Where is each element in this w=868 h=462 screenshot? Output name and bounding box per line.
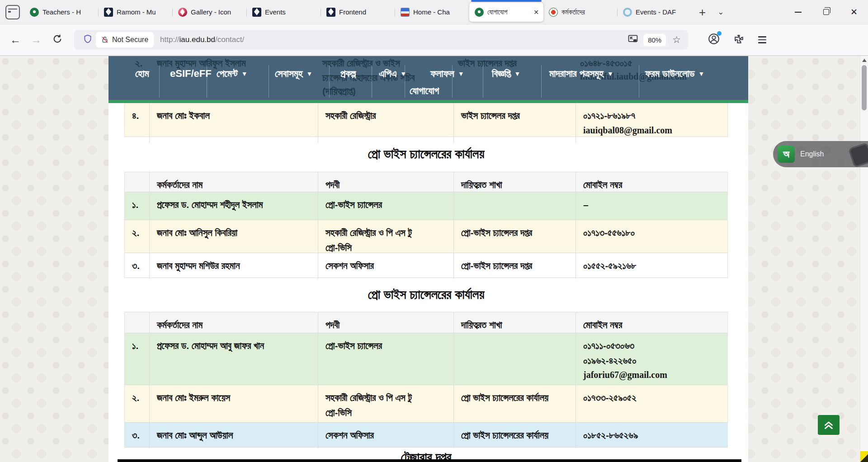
cell-serial: ৪.: [125, 103, 150, 143]
bleed-title-1: সহকারী রেজিস্ট্রার ও ভাইস: [322, 58, 400, 69]
back-button[interactable]: ←: [10, 33, 21, 46]
account-button[interactable]: [708, 33, 720, 47]
toolbar-right-icons: [708, 33, 766, 47]
nav-home[interactable]: হোম: [135, 68, 149, 80]
table-row: ১. প্রফেসর ড. মোহাম্মদ আবু জাফর খান প্রো…: [124, 333, 728, 385]
tracking-shield-icon[interactable]: [83, 34, 92, 46]
tab-label: যোগাযোগ: [487, 8, 529, 16]
cell-title: সহকারী রেজিস্ট্রার: [318, 103, 454, 143]
tab-home[interactable]: Home - Cha: [395, 3, 469, 22]
cell-contact: ০১৭১১-০৫৩০৬৩ ০১৯৬২-৪২২৬৫০ jaforiu67@gmai…: [576, 333, 728, 387]
tab-label: Ramom - Mu: [117, 8, 169, 16]
tab-close-icon[interactable]: ✕: [533, 9, 540, 16]
tab-contact-active[interactable]: যোগাযোগ ✕: [469, 3, 543, 22]
cell-title: সহকারী রেজিস্ট্রার ও পি এস টু প্রো-ভিসি: [318, 385, 454, 425]
table-row: ২. জনাব মোঃ আনিসুল কিবরিয়া সহকারী রেজিস…: [124, 220, 728, 253]
browser-scrollbar[interactable]: [860, 56, 868, 462]
next-section-title-clipped: ট্রেজারার দপ্তর: [124, 448, 728, 459]
scrollbar-up-arrow[interactable]: [862, 59, 867, 62]
url-path: /contact/: [215, 35, 244, 44]
tab-label: Events - DAF: [636, 8, 688, 16]
cell-name: জনাব মোঃ ইমরুল কায়েস: [150, 385, 318, 425]
minimize-button[interactable]: [784, 0, 812, 24]
screenshot-pip-icon[interactable]: [628, 35, 638, 45]
tab-label: Events: [265, 8, 317, 16]
table-row: ৩. জনাব মুহাম্মদ মশিউর রহমান সেকশন অফিসা…: [124, 253, 728, 278]
browser-chrome: Teachers - H Ramom - Mu Gallery - Icon E…: [0, 0, 868, 56]
nav-projects[interactable]: প্রকল্প: [340, 68, 356, 80]
cell-contact: ০১৭৩৩-২৫৯০৫২: [576, 385, 728, 425]
section-title: প্রো ভাইস চ্যান্সেলরের কার্যালয়: [124, 278, 728, 312]
scroll-to-top-button[interactable]: [818, 415, 840, 435]
cell-name: প্রফেসর ড. মোহাম্মদ শহীদুল ইসলাম: [150, 192, 318, 220]
double-chevron-up-icon: [823, 419, 835, 431]
url-host: iau.edu.bd: [179, 35, 215, 44]
nav-payment[interactable]: পেমেন্ট▼: [217, 68, 248, 80]
restore-button[interactable]: [812, 0, 840, 24]
cell-serial: ১.: [125, 192, 150, 220]
firefox-view-icon[interactable]: [5, 5, 20, 19]
tab-frontend[interactable]: Frontend: [321, 3, 395, 22]
chevron-down-icon: ▼: [607, 70, 613, 77]
tab-bar: Teachers - H Ramom - Mu Gallery - Icon E…: [0, 0, 868, 24]
tab-events[interactable]: Events: [247, 3, 321, 22]
scrollbar-find-marker: [860, 451, 868, 462]
cell-serial: ২.: [125, 385, 150, 425]
translate-device-icon: [848, 142, 868, 167]
url-text: http://iau.edu.bd/contact/: [160, 35, 244, 44]
nav-form-download[interactable]: ফরম ডাউনলোড▼: [645, 68, 704, 80]
tab-actions: + ⌄: [699, 6, 724, 18]
security-chip[interactable]: Not Secure: [96, 32, 154, 47]
cell-name: প্রফেসর ড. মোহাম্মদ আবু জাফর খান: [150, 333, 318, 387]
extensions-button[interactable]: [733, 33, 745, 47]
cell-title: প্রো-ভাইস চ্যান্সেলর: [318, 333, 454, 387]
nav-results[interactable]: ফলাফল▼: [430, 68, 464, 80]
tab-label: Teachers - H: [42, 8, 95, 16]
chevron-down-icon: ▼: [458, 70, 464, 77]
nav-services[interactable]: সেবাসমূহ▼: [275, 68, 312, 80]
nav-notices[interactable]: বিজ্ঞপ্তি▼: [492, 68, 520, 80]
cell-dept: [454, 192, 576, 220]
nav-bottom-accent: [108, 100, 748, 103]
scrollbar-thumb[interactable]: [862, 65, 867, 110]
new-tab-button[interactable]: +: [699, 6, 706, 18]
translate-language-label: English: [800, 150, 824, 158]
site-navigation: ২. জনাব মুহাম্মদ আরিফুল ইসলাম সহকারী রেজ…: [108, 56, 748, 100]
building-favicon: [401, 8, 410, 17]
grad-cap-favicon: [104, 8, 113, 17]
notification-dot: [717, 31, 722, 36]
reload-button[interactable]: [52, 34, 62, 46]
nav-contact[interactable]: যোগাযোগ: [410, 85, 439, 97]
cell-dept: ভাইস চ্যান্সেলর দপ্তর: [454, 103, 576, 143]
cell-title: সেকশন অফিসার: [318, 253, 454, 279]
nav-esif[interactable]: eSIF/eFF: [170, 68, 212, 80]
menu-button[interactable]: [758, 36, 766, 43]
nav-apa[interactable]: এপিএ▼: [379, 68, 406, 80]
navigation-toolbar: ← → Not Secure http://iau.edu.bd/con: [0, 24, 868, 56]
tab-gallery[interactable]: Gallery - Icon: [173, 3, 247, 22]
tab-events-daf[interactable]: Events - DAF: [618, 3, 692, 22]
bleed-name: জনাব মুহাম্মদ আরিফুল ইসলাম: [157, 58, 246, 69]
chevron-down-icon: ▼: [241, 70, 248, 77]
chevron-down-icon: ▼: [307, 70, 313, 77]
cell-serial: ৩.: [125, 253, 150, 279]
translate-widget[interactable]: অ English: [773, 141, 868, 167]
url-bar[interactable]: Not Secure http://iau.edu.bd/contact/ 80…: [74, 30, 688, 50]
cell-dept: প্রো ভাইস চ্যান্সেলরের কার্যালয়: [454, 385, 576, 425]
email-link[interactable]: iauiqbal08@gmail.com: [583, 123, 721, 137]
zoom-level-badge[interactable]: 80%: [643, 34, 666, 46]
translate-badge-icon: অ: [778, 146, 795, 163]
close-button[interactable]: ✕: [840, 0, 868, 24]
table-row: ১. প্রফেসর ড. মোহাম্মদ শহীদুল ইসলাম প্রো…: [124, 192, 728, 220]
list-tabs-button[interactable]: ⌄: [717, 7, 724, 17]
tab-teachers[interactable]: Teachers - H: [24, 3, 99, 22]
cell-name: জনাব মুহাম্মদ মশিউর রহমান: [150, 253, 318, 279]
window-controls: ✕: [784, 0, 868, 24]
forward-button[interactable]: →: [31, 33, 42, 46]
bookmark-star-icon[interactable]: ☆: [672, 34, 681, 45]
tab-officials[interactable]: কর্মকর্তাদের: [543, 3, 618, 22]
tab-ramom[interactable]: Ramom - Mu: [99, 3, 173, 22]
nav-madrasah-letters[interactable]: মাদরাসার পত্রসমূহ▼: [549, 68, 613, 80]
blue-roundel-favicon: [623, 8, 632, 17]
email-link[interactable]: jaforiu67@gmail.com: [583, 368, 721, 382]
